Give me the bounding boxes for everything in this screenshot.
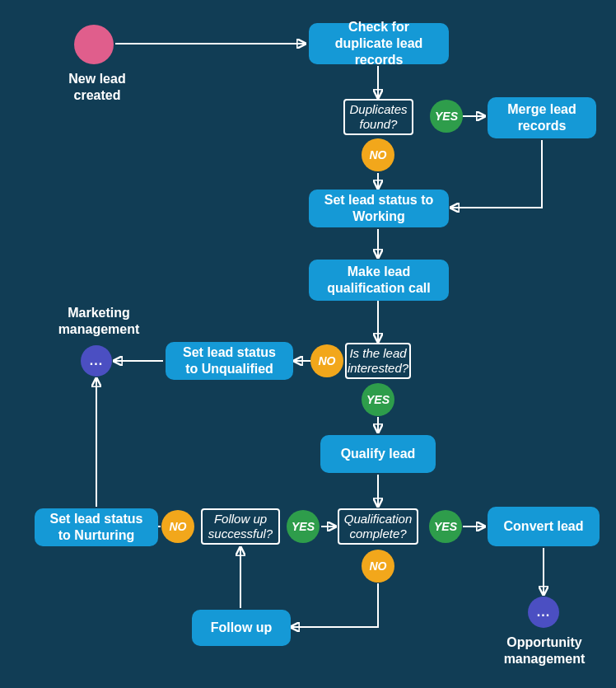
step-check-duplicates: Check for duplicate lead records (309, 23, 449, 64)
decision-qualification-complete: Qualification complete? (338, 508, 418, 545)
decision-lead-interested: Is the lead interested? (345, 343, 411, 379)
step-set-unqualified: Set lead status to Unqualified (166, 342, 293, 380)
endpoint-marketing-label: Marketing management (54, 305, 143, 338)
step-qualify-lead: Qualify lead (320, 435, 436, 473)
start-node (74, 25, 114, 64)
endpoint-opportunity: ... (528, 597, 559, 628)
answer-no-duplicates: NO (362, 138, 394, 171)
answer-no-qual-complete: NO (362, 550, 394, 583)
decision-followup-successful: Follow up successful? (201, 508, 280, 545)
endpoint-opportunity-label: Opportunity management (495, 634, 594, 667)
step-qualification-call: Make lead qualification call (309, 260, 449, 301)
answer-yes-followup: YES (287, 510, 320, 543)
flowchart: New lead created Check for duplicate lea… (0, 0, 616, 688)
step-convert-lead: Convert lead (488, 507, 600, 546)
step-set-nurturing: Set lead status to Nurturing (35, 508, 158, 546)
step-merge-records: Merge lead records (488, 97, 596, 138)
step-set-working: Set lead status to Working (309, 190, 449, 227)
answer-yes-qual-complete: YES (429, 510, 462, 543)
start-label: New lead created (64, 71, 130, 104)
endpoint-marketing: ... (81, 345, 112, 377)
decision-duplicates-found: Duplicates found? (343, 99, 413, 135)
answer-no-followup: NO (161, 510, 194, 543)
answer-yes-interested: YES (362, 383, 394, 416)
answer-yes-duplicates: YES (430, 100, 463, 133)
answer-no-interested: NO (310, 344, 343, 377)
step-follow-up: Follow up (192, 610, 291, 646)
